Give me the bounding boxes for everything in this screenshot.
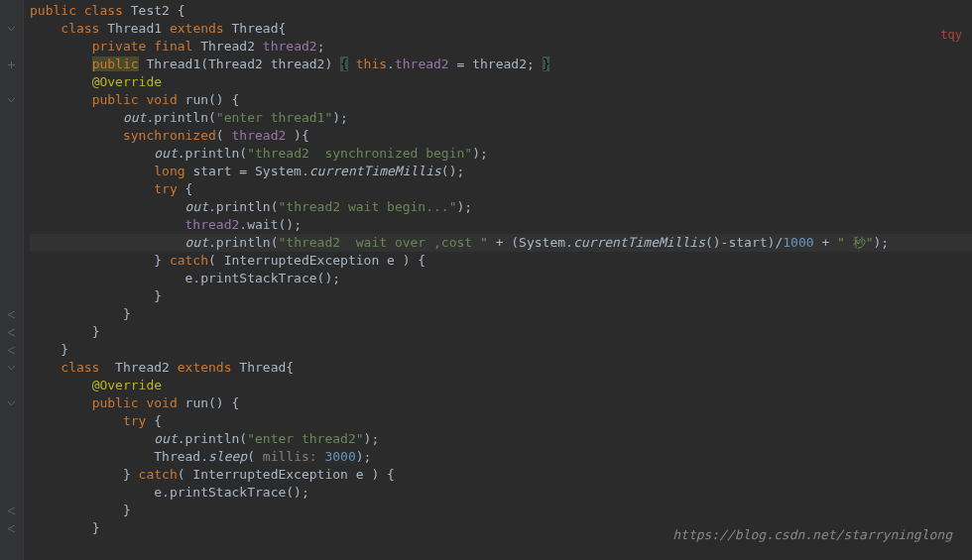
fold-icon[interactable] — [0, 20, 23, 38]
fold-icon[interactable] — [0, 2, 23, 20]
code-line: } — [30, 323, 972, 341]
code-line: } — [30, 305, 972, 323]
code-line: long start = System.currentTimeMillis(); — [30, 163, 972, 180]
code-line: try { — [30, 412, 972, 430]
watermark: tqy — [940, 28, 962, 42]
code-line: class Thread1 extends Thread{ — [30, 20, 972, 38]
code-line: out.println("thread2 wait over ,cost " +… — [30, 234, 972, 252]
code-line: public Thread1(Thread2 thread2) { this.t… — [30, 56, 972, 73]
code-line: out.println("thread2 wait begin..."); — [30, 198, 972, 216]
code-line: synchronized( thread2 ){ — [30, 127, 972, 145]
code-line: e.printStackTrace(); — [30, 484, 972, 502]
code-line: @Override — [30, 377, 972, 394]
code-line: public void run() { — [30, 394, 972, 412]
code-line: } catch( InterruptedException e ) { — [30, 252, 972, 270]
footer-url: https://blog.csdn.net/starryninglong — [672, 527, 952, 542]
code-line: } catch( InterruptedException e ) { — [30, 466, 972, 484]
code-line: } — [30, 502, 972, 519]
fold-icon[interactable] — [0, 91, 23, 109]
code-line: @Override — [30, 73, 972, 91]
code-line: try { — [30, 180, 972, 198]
code-line: e.printStackTrace(); — [30, 270, 972, 287]
code-line: out.println("enter thread2"); — [30, 430, 972, 448]
code-line: public void run() { — [30, 91, 972, 109]
gutter — [0, 0, 24, 560]
code-line: thread2.wait(); — [30, 216, 972, 234]
code-editor[interactable]: tqy public class Test2 { class Thread1 e… — [24, 0, 972, 560]
code-line: private final Thread2 thread2; — [30, 38, 972, 56]
fold-icon[interactable] — [0, 394, 23, 412]
code-line: public class Test2 { — [30, 2, 972, 20]
code-line: class Thread2 extends Thread{ — [30, 359, 972, 377]
code-line: out.println("enter thread1"); — [30, 109, 972, 127]
fold-icon[interactable] — [0, 323, 23, 341]
fold-icon[interactable] — [0, 502, 23, 519]
code-line: Thread.sleep( millis: 3000); — [30, 448, 972, 466]
code-line: out.println("thread2 synchronized begin"… — [30, 145, 972, 163]
fold-icon[interactable] — [0, 305, 23, 323]
fold-icon[interactable] — [0, 359, 23, 377]
fold-icon[interactable] — [0, 341, 23, 359]
fold-icon[interactable] — [0, 56, 23, 73]
fold-icon[interactable] — [0, 519, 23, 537]
code-line: } — [30, 341, 972, 359]
code-line: } — [30, 287, 972, 305]
